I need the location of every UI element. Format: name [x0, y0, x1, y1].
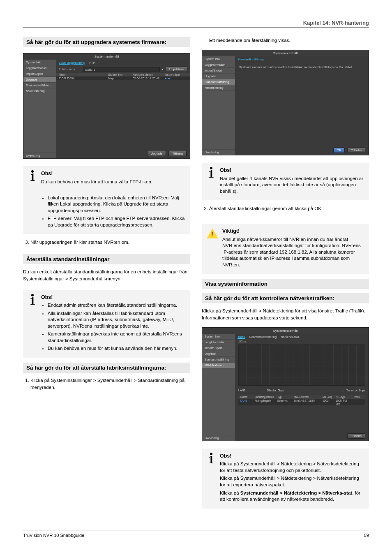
- ss-title: Systemunderhåll: [202, 50, 369, 56]
- note-title: Obs!: [41, 170, 186, 177]
- th-date: Redigera datum: [133, 73, 165, 76]
- tab-ftp[interactable]: FTP: [89, 61, 95, 65]
- ss-side-item[interactable]: Import/Export: [23, 71, 56, 77]
- note-li-local: Lokal uppgradering: Anslut den lokala en…: [48, 195, 186, 214]
- refresh-button[interactable]: Uppdatera: [166, 67, 187, 72]
- note-net-1: Klicka på Systemunderhåll > Nätdetekteri…: [220, 461, 365, 474]
- ss-side-item[interactable]: Import/Export: [202, 345, 235, 351]
- ok-button[interactable]: OK: [333, 148, 345, 153]
- ss-side-item[interactable]: Logginformation: [23, 65, 56, 71]
- section-restore-defaults-title: Återställa standardinställningar: [23, 254, 190, 264]
- screenshot-traffic: Systemunderhåll System Info Logginformat…: [202, 327, 369, 441]
- th-size: Storlek Typ: [108, 73, 133, 76]
- note-text: Du kan behöva en mus för att kunna välja…: [41, 179, 186, 185]
- th-mtu: MTU(B): [321, 395, 334, 398]
- left-column: Så här gör du för att uppgradera systeme…: [23, 37, 190, 513]
- page-header: Kapitel 14: NVR-hantering: [23, 20, 369, 28]
- warn-title: Viktigt!: [222, 228, 365, 235]
- note-upgrade: 1 Obs! Du kan behöva en mus för att kunn…: [23, 166, 190, 234]
- footer-left: TruVision NVR 10 Snabbguide: [23, 533, 84, 538]
- note-title: Obs!: [220, 167, 365, 174]
- note-4ch: 1 Obs! När det gäller 4-kanals NVR visas…: [202, 163, 369, 200]
- ss-side-item[interactable]: Standardinställning: [202, 357, 235, 363]
- back-button[interactable]: Tillbaka: [347, 433, 365, 439]
- right-column: Ett meddelande om återställning visas. S…: [202, 37, 369, 513]
- traffic-chart: [238, 345, 365, 386]
- row-link: Framgångsrik: [254, 399, 276, 405]
- ss-side-item[interactable]: Upgrade: [202, 74, 235, 79]
- ss-side-item[interactable]: System Info: [23, 60, 56, 65]
- th-type: Typ: [276, 395, 293, 398]
- back-button[interactable]: Tillbaka: [168, 151, 187, 156]
- th-link: Länkningsstatus: [254, 395, 276, 398]
- ss-live-view[interactable]: Livevisning: [23, 153, 56, 158]
- ss-side-item[interactable]: System Info: [202, 334, 235, 340]
- ss-title: Systemunderhåll: [23, 53, 190, 60]
- row-date: 05-06-2013 17:25:48: [133, 77, 165, 80]
- lan-label: LAN1: [238, 389, 259, 392]
- section-restore-howto: Så här gör du för att återställa fabriks…: [23, 363, 190, 373]
- arrow-down-icon: ↓: [341, 389, 343, 392]
- footer-page: 59: [364, 533, 369, 538]
- tab-netstat[interactable]: Nätverks-stat.: [281, 335, 300, 339]
- screenshot-upgrade: Systemunderhåll System Info Logginformat…: [23, 53, 190, 159]
- restore-confirm-msg: Systemet kommer att startas om efter åte…: [235, 62, 369, 72]
- ss-side-item-netdetect[interactable]: Nätdetektering: [202, 363, 235, 368]
- warning-icon: !: [207, 229, 218, 238]
- tab-traffic[interactable]: Trafik: [238, 335, 245, 339]
- ss-side-item-upgrade[interactable]: Upgrade: [23, 77, 56, 83]
- th-name: Namn: [239, 395, 254, 398]
- restore-msg-note: Ett meddelande om återställning visas.: [202, 37, 369, 44]
- section-firmware-upgrade: Så här gör du för att uppgradera systeme…: [23, 37, 190, 47]
- th-nic: NIC-typ: [334, 395, 352, 398]
- ss-side-item[interactable]: Logginformation: [202, 62, 235, 68]
- ss-side-item[interactable]: Upgrade: [202, 351, 235, 357]
- tab-default[interactable]: Standardinställning: [238, 58, 264, 61]
- info-icon: 1: [206, 167, 217, 178]
- note-li-ftp: FTP-server: Välj fliken FTP och ange FTP…: [48, 215, 186, 228]
- ss-live-view[interactable]: Livevisning: [202, 149, 235, 155]
- ss-side-item[interactable]: System Info: [202, 56, 235, 62]
- ss-live-view[interactable]: Livevisning: [202, 435, 235, 441]
- back-button[interactable]: Tillbaka: [347, 148, 365, 153]
- ss-side-item-default[interactable]: Standardinställning: [202, 79, 235, 85]
- ss-side-item[interactable]: Nätdetektering: [202, 85, 235, 91]
- note-net-3: Klicka på Systemunderhåll > Nätdetekteri…: [220, 490, 365, 503]
- ss-side-item[interactable]: Nätdetektering: [23, 88, 56, 94]
- note-text: När det gäller 4-kanals NVR visas i medd…: [220, 176, 365, 195]
- device-select[interactable]: USB1-1: [83, 67, 160, 72]
- device-label: Enhetsnamn: [59, 68, 81, 71]
- info-icon: 1: [206, 453, 217, 464]
- ss-side-item[interactable]: Import/Export: [202, 68, 235, 74]
- screenshot-restore: Systemunderhåll System Info Logginformat…: [202, 50, 369, 155]
- row-nic: 100M Full-dpx: [334, 399, 352, 405]
- row-mac: 8c:e7:48:37:18:b4: [293, 399, 321, 405]
- section-system-info: Visa systeminformation: [202, 279, 369, 289]
- row-type: Ethernet: [276, 399, 293, 405]
- note-net-2: Klicka på Systemunderhåll > Nätdetekteri…: [220, 475, 365, 488]
- ss-side-item[interactable]: Standardinställning: [23, 83, 56, 88]
- row-name[interactable]: TVVR35004: [59, 77, 108, 80]
- ss-title: Systemunderhåll: [202, 328, 369, 334]
- th-traffic: Trafik: [352, 395, 364, 398]
- restore-step-1: Klicka på Systeminställningar > Systemun…: [30, 377, 190, 391]
- row-type: Mapp: [108, 77, 133, 80]
- note-li-admin: Endast administratören kan återställa st…: [48, 302, 186, 309]
- step-3: När uppgraderingen är klar startas NVR:e…: [30, 239, 190, 246]
- note-li-network: Alla inställningar kan återställas till …: [48, 310, 186, 330]
- row-mtu: 1500: [321, 399, 334, 405]
- restore-step-2: Återställ standardinställningar genom at…: [209, 205, 369, 212]
- section-check-traffic: Så här gör du för att kontrollera nätver…: [202, 293, 369, 303]
- info-icon: 1: [27, 170, 38, 182]
- info-icon: 1: [27, 294, 38, 305]
- upgrade-button[interactable]: Upgrade: [147, 151, 166, 156]
- tab-netdetect[interactable]: Nätverksdetektering: [249, 335, 277, 339]
- tab-local-upgrade[interactable]: Lokal uppgradering: [59, 61, 85, 65]
- note-title: Obs!: [220, 453, 365, 460]
- traffic-description: Klicka på Systemunderhåll > Nätdetekteri…: [202, 308, 369, 321]
- recv-label: Tar emot: 0bps: [346, 389, 365, 392]
- restore-description: Du kan enkelt återställa standardinställ…: [23, 268, 190, 282]
- ss-side-item[interactable]: Logginformation: [202, 340, 235, 345]
- note-li-camera: Kamerainställningar påverkas inte genom …: [48, 331, 186, 344]
- row-name[interactable]: LAN1: [239, 399, 254, 405]
